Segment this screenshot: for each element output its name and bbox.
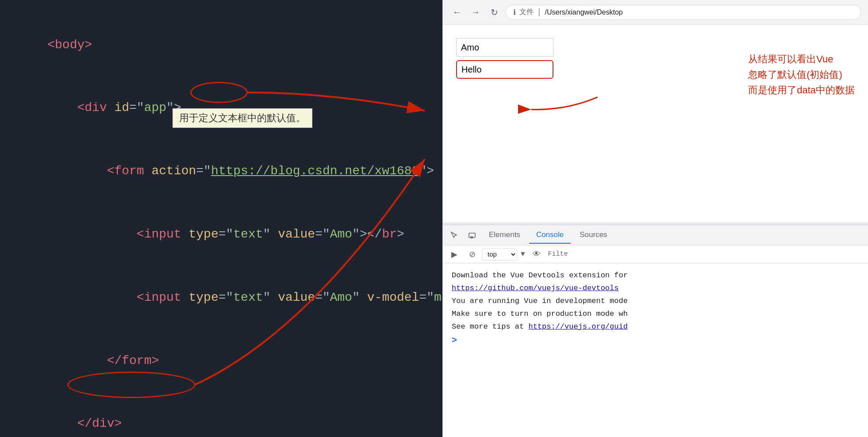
code-line-input2: <input type="text" value="Amo" v-model="… [18,266,425,329]
input-amo[interactable] [456,38,553,57]
annotation-box: 用于定义文本框中的默认值。 [173,108,312,128]
browser-content: 从结果可以看出Vue 忽略了默认值(初始值) 而是使用了data中的数据 [443,25,868,437]
filter-label: Filte [548,250,568,258]
address-text: /Users/xiangwei/Desktop [545,8,623,16]
tab-console[interactable]: Console [529,227,571,244]
console-link-1[interactable]: https://github.com/vuejs/vue-devtools [452,282,859,295]
console-line-1: Download the Vue Devtools extension for [452,269,859,282]
code-line-form-open: <form action="https://blog.csdn.net/xw16… [18,140,425,203]
address-separator: │ [537,8,542,16]
annotation-text: 从结果可以看出Vue 忽略了默认值(初始值) 而是使用了data中的数据 [748,51,855,98]
browser-panel: ← → ↻ ℹ 文件 │ /Users/xiangwei/Desktop 从结果… [442,0,868,437]
console-line-3: Make sure to turn on production mode wh [452,308,859,321]
code-editor: <body> <div id="app"> <form action="http… [0,0,442,437]
inspector-icon-button[interactable] [446,227,462,243]
console-line-2: You are running Vue in development mode [452,295,859,308]
devtools-tabs: Elements Console Sources [443,225,868,245]
address-bar[interactable]: ℹ 文件 │ /Users/xiangwei/Desktop [506,5,861,20]
devtools-toolbar: ▶ ⊘ top ▼ 👁 Filte [443,245,868,263]
block-icon-button[interactable]: ⊘ [464,246,480,262]
code-line-body-open: <body> [18,13,425,77]
code-line-input1: <input type="text" value="Amo"></br> [18,203,425,266]
back-button[interactable]: ← [450,5,464,19]
devtools-content: Download the Vue Devtools extension for … [443,263,868,437]
device-toggle-button[interactable] [464,227,480,243]
tab-elements[interactable]: Elements [482,227,527,244]
page-content: 从结果可以看出Vue 忽略了默认值(初始值) 而是使用了data中的数据 [443,25,868,223]
reload-button[interactable]: ↻ [487,5,501,19]
console-line-4: See more tips at https://vuejs.org/guid [452,321,859,334]
input-hello[interactable] [456,60,553,79]
file-label: 文件 [519,8,534,17]
devtools-panel: Elements Console Sources ▶ ⊘ top ▼ 👁 Fil… [443,225,868,437]
context-select[interactable]: top [482,248,517,261]
circle-value-highlight [190,82,248,103]
eye-icon-button[interactable]: 👁 [529,246,545,262]
info-icon: ℹ [513,8,516,17]
browser-toolbar: ← → ↻ ℹ 文件 │ /Users/xiangwei/Desktop [443,0,868,25]
code-line-div-close: </div> [18,392,425,437]
tab-sources[interactable]: Sources [572,227,614,244]
circle-msg-highlight [67,372,196,398]
console-link-2[interactable]: https://vuejs.org/guid [528,322,627,331]
forward-button[interactable]: → [469,5,483,19]
console-prompt[interactable]: > [452,333,859,348]
clear-console-button[interactable]: ▶ [446,246,462,262]
